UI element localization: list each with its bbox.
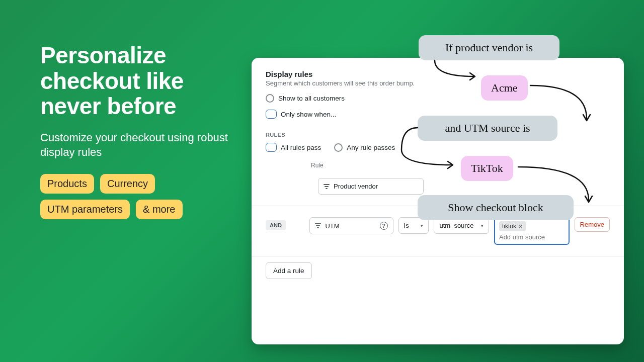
- rule-field-value: Product vendor: [334, 183, 378, 190]
- rule-field-select[interactable]: Product vendor: [318, 178, 424, 195]
- radio-any-rule-passes[interactable]: Any rule passes: [334, 143, 395, 152]
- remove-rule-button[interactable]: Remove: [575, 217, 610, 232]
- caret-icon: ▾: [421, 223, 423, 228]
- radio-icon: [266, 110, 277, 119]
- chip-tiktok[interactable]: tiktok ✕: [499, 221, 526, 231]
- rule-field-select[interactable]: UTM ?: [309, 217, 393, 234]
- utm-source-input[interactable]: tiktok ✕: [494, 217, 570, 245]
- and-badge: AND: [266, 220, 286, 230]
- radio-icon: [266, 143, 277, 152]
- arrow-icon: [515, 161, 596, 211]
- tag-more: & more: [136, 200, 182, 219]
- radio-icon: [334, 143, 343, 152]
- tag-products: Products: [40, 174, 94, 194]
- close-icon[interactable]: ✕: [518, 223, 523, 230]
- caret-icon: ▾: [481, 223, 484, 228]
- radio-label: Show to all customers: [278, 95, 345, 102]
- filter-icon: [324, 184, 330, 189]
- arrow-icon: [429, 59, 479, 89]
- callout-utm-value: TikTok: [461, 156, 513, 181]
- hero-subhead: Customize your checkout using robust dis…: [40, 130, 231, 160]
- help-icon[interactable]: ?: [380, 222, 388, 230]
- radio-label: Any rule passes: [347, 144, 395, 151]
- arrow-icon: [397, 125, 458, 170]
- callout-condition-vendor: If product vendor is: [419, 35, 559, 60]
- tag-currency: Currency: [100, 174, 155, 194]
- radio-all-rules-pass[interactable]: All rules pass: [266, 143, 321, 152]
- radio-label: All rules pass: [281, 144, 321, 151]
- tag-utm-parameters: UTM parameters: [40, 200, 130, 219]
- chip-label: tiktok: [502, 223, 516, 230]
- utm-source-text-input[interactable]: [499, 233, 565, 241]
- radio-label: Only show when...: [281, 111, 336, 118]
- hero-headline: Personalize checkout like never before: [40, 43, 231, 119]
- add-rule-button[interactable]: Add a rule: [266, 262, 312, 279]
- filter-icon: [315, 223, 321, 228]
- hero-tags: Products Currency UTM parameters & more: [40, 174, 231, 219]
- arrow-icon: [527, 79, 593, 130]
- rule-field-value: UTM: [325, 222, 339, 230]
- rule-op-value: Is: [404, 222, 409, 229]
- rule-param-value: utm_source: [439, 222, 473, 229]
- radio-icon: [266, 94, 274, 103]
- callout-vendor-value: Acme: [481, 75, 528, 101]
